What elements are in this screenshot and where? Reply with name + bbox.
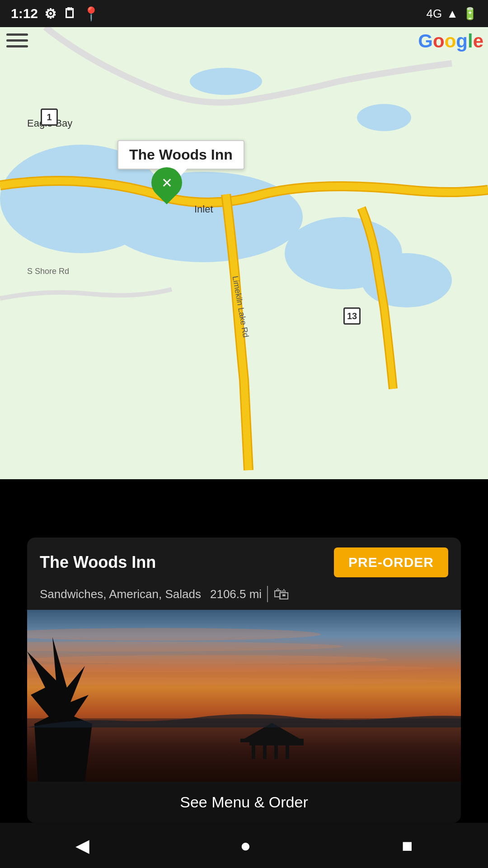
mountain-silhouette (27, 691, 461, 727)
svg-rect-8 (263, 743, 267, 759)
map-svg (0, 27, 488, 479)
network-label: 4G (427, 7, 442, 21)
card-title: The Woods Inn (40, 553, 156, 572)
status-bar-right: 4G ▲ 🔋 (427, 7, 477, 21)
home-button[interactable]: ● (240, 835, 251, 856)
route-1-badge: 1 (41, 108, 58, 126)
distance-text: 2106.5 mi (210, 587, 262, 601)
recent-apps-button[interactable]: ■ (402, 835, 413, 856)
bag-icon: 🛍 (273, 585, 290, 604)
svg-rect-10 (286, 743, 289, 759)
map-container[interactable]: Google Eagle Bay Inlet S Shore Rd Limeki… (0, 27, 488, 479)
card-footer[interactable]: See Menu & Order (27, 782, 461, 823)
gear-icon: ⚙ (44, 6, 56, 22)
route-13-badge: 13 (343, 307, 361, 325)
pre-order-button[interactable]: PRE-ORDER (334, 547, 448, 577)
see-menu-button[interactable]: See Menu & Order (180, 793, 308, 811)
card-cuisine: Sandwiches, American, Salads (40, 587, 201, 601)
time-display: 1:12 (11, 6, 38, 21)
inlet-label: Inlet (194, 203, 213, 215)
svg-rect-9 (274, 743, 278, 759)
restaurant-card: The Woods Inn PRE-ORDER Sandwiches, Amer… (27, 538, 461, 823)
svg-rect-12 (240, 739, 304, 742)
google-logo: Google (418, 32, 483, 51)
meta-divider (267, 586, 268, 602)
s-shore-rd-label: S Shore Rd (27, 267, 69, 276)
status-bar-left: 1:12 ⚙ 🗒 📍 (11, 6, 99, 22)
card-distance-group: 2106.5 mi 🛍 (210, 585, 290, 604)
bottom-nav: ◀ ● ■ (0, 823, 488, 868)
map-pin[interactable]: ✕ (151, 167, 182, 203)
pin-icon: 📍 (83, 6, 99, 22)
card-meta: Sandwiches, American, Salads 2106.5 mi 🛍 (27, 585, 461, 610)
svg-point-5 (190, 68, 262, 95)
svg-point-4 (357, 104, 411, 131)
clipboard-icon: 🗒 (63, 6, 76, 21)
svg-rect-7 (252, 743, 255, 759)
restaurant-image[interactable] (27, 610, 461, 782)
restaurant-pin-icon: ✕ (161, 175, 173, 191)
card-header: The Woods Inn PRE-ORDER (27, 538, 461, 585)
signal-icon: ▲ (446, 7, 458, 21)
map-tooltip[interactable]: The Woods Inn (117, 140, 244, 170)
status-bar: 1:12 ⚙ 🗒 📍 4G ▲ 🔋 (0, 0, 488, 27)
hamburger-menu[interactable] (6, 33, 28, 47)
battery-icon: 🔋 (463, 7, 477, 21)
back-button[interactable]: ◀ (75, 835, 89, 856)
map-background: Google Eagle Bay Inlet S Shore Rd Limeki… (0, 27, 488, 479)
